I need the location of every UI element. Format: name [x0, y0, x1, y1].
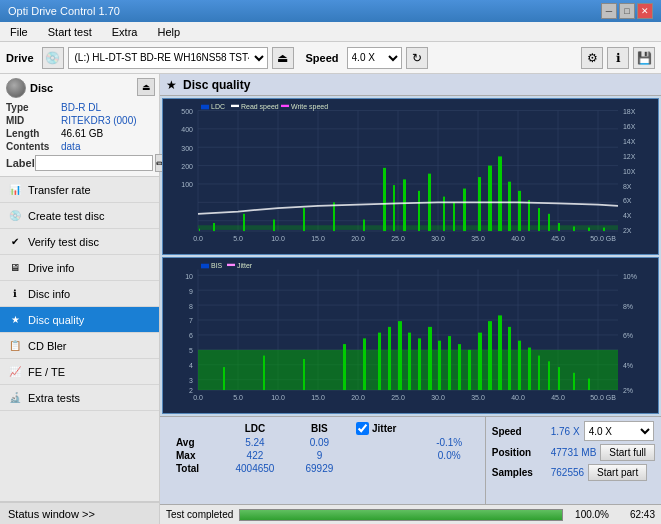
start-full-button[interactable]: Start full	[600, 444, 655, 461]
disc-contents-label: Contents	[6, 141, 61, 152]
disc-eject-button[interactable]: ⏏	[137, 78, 155, 96]
sidebar-item-disc-info[interactable]: ℹ Disc info	[0, 281, 159, 307]
svg-text:200: 200	[181, 162, 193, 172]
svg-text:35.0: 35.0	[471, 393, 485, 403]
svg-text:25.0: 25.0	[391, 234, 405, 244]
svg-rect-119	[508, 327, 511, 390]
minimize-button[interactable]: ─	[601, 3, 617, 19]
svg-text:4: 4	[189, 361, 193, 371]
speed-stat-value: 1.76 X	[551, 426, 580, 437]
svg-rect-116	[478, 333, 482, 390]
status-bar: Status window >>	[0, 501, 159, 524]
svg-rect-45	[573, 226, 575, 231]
svg-rect-114	[458, 344, 461, 390]
ldc-chart: 500 400 300 200 100 18X 16X 14X 12X 10X …	[162, 98, 659, 255]
svg-text:10X: 10X	[623, 166, 635, 176]
avg-ldc: 5.24	[219, 436, 291, 449]
svg-rect-25	[303, 208, 305, 231]
total-label: Total	[168, 462, 219, 475]
stats-table: LDC BIS Jitter	[160, 417, 485, 504]
save-button[interactable]: 💾	[633, 47, 655, 69]
content-area: ★ Disc quality	[160, 74, 661, 524]
speed-label: Speed	[306, 52, 339, 64]
svg-rect-40	[518, 191, 521, 231]
sidebar-item-create-test-disc[interactable]: 💿 Create test disc	[0, 203, 159, 229]
menu-file[interactable]: File	[4, 24, 34, 40]
speed-selector[interactable]: 4.0 X	[584, 421, 654, 441]
content-header-title: Disc quality	[183, 78, 250, 92]
main-area: Disc ⏏ Type BD-R DL MID RITEKDR3 (000) L…	[0, 74, 661, 524]
col-header-bis: BIS	[291, 421, 348, 436]
disc-mid-label: MID	[6, 115, 61, 126]
menu-start-test[interactable]: Start test	[42, 24, 98, 40]
sidebar-item-drive-info[interactable]: 🖥 Drive info	[0, 255, 159, 281]
svg-text:8%: 8%	[623, 301, 633, 311]
svg-text:5.0: 5.0	[233, 393, 243, 403]
svg-text:6%: 6%	[623, 331, 633, 341]
start-part-button[interactable]: Start part	[588, 464, 647, 481]
svg-rect-104	[343, 344, 346, 390]
svg-text:3: 3	[189, 376, 193, 386]
svg-rect-21	[199, 229, 200, 231]
titlebar: Opti Drive Control 1.70 ─ □ ✕	[0, 0, 661, 22]
svg-text:LDC: LDC	[211, 102, 225, 112]
speed-stat-label: Speed	[492, 426, 547, 437]
refresh-button[interactable]: ↻	[406, 47, 428, 69]
total-col4	[422, 462, 477, 475]
svg-rect-31	[418, 191, 420, 231]
nav-items: 📊 Transfer rate 💿 Create test disc ✔ Ver…	[0, 177, 159, 501]
sidebar-item-verify-test-disc[interactable]: ✔ Verify test disc	[0, 229, 159, 255]
svg-text:6X: 6X	[623, 196, 632, 206]
svg-text:10%: 10%	[623, 271, 637, 281]
jitter-checkbox[interactable]	[356, 422, 369, 435]
svg-rect-102	[263, 356, 265, 390]
svg-rect-34	[453, 202, 455, 231]
sidebar-item-transfer-rate[interactable]: 📊 Transfer rate	[0, 177, 159, 203]
disc-label-label: Label	[6, 157, 35, 169]
maximize-button[interactable]: □	[619, 3, 635, 19]
charts-area: 500 400 300 200 100 18X 16X 14X 12X 10X …	[160, 96, 661, 416]
sidebar-item-transfer-rate-label: Transfer rate	[28, 184, 91, 196]
sidebar-item-extra-tests[interactable]: 🔬 Extra tests	[0, 385, 159, 411]
settings-button[interactable]: ⚙	[581, 47, 603, 69]
svg-rect-37	[488, 166, 492, 231]
close-button[interactable]: ✕	[637, 3, 653, 19]
disc-label-input[interactable]	[35, 155, 153, 171]
drive-icon-button[interactable]: 💿	[42, 47, 64, 69]
svg-rect-125	[573, 373, 575, 390]
col-header-jitter	[422, 421, 477, 436]
menubar: File Start test Extra Help	[0, 22, 661, 42]
svg-text:4%: 4%	[623, 361, 633, 371]
svg-rect-107	[388, 327, 391, 390]
svg-text:10: 10	[185, 271, 193, 281]
sidebar: Disc ⏏ Type BD-R DL MID RITEKDR3 (000) L…	[0, 74, 160, 524]
svg-text:4X: 4X	[623, 211, 632, 221]
sidebar-item-disc-quality[interactable]: ★ Disc quality	[0, 307, 159, 333]
svg-rect-47	[603, 228, 605, 231]
info-button[interactable]: ℹ	[607, 47, 629, 69]
disc-length-row: Length 46.61 GB	[6, 128, 153, 139]
eject-button[interactable]: ⏏	[272, 47, 294, 69]
menu-extra[interactable]: Extra	[106, 24, 144, 40]
svg-text:400: 400	[181, 125, 193, 135]
svg-rect-39	[508, 182, 511, 231]
svg-text:45.0: 45.0	[551, 234, 565, 244]
speed-select-toolbar[interactable]: 4.0 X	[347, 47, 402, 69]
menu-help[interactable]: Help	[151, 24, 186, 40]
svg-text:10.0: 10.0	[271, 393, 285, 403]
sidebar-item-fe-te[interactable]: 📈 FE / TE	[0, 359, 159, 385]
drive-select[interactable]: (L:) HL-DT-ST BD-RE WH16NS58 TST4	[68, 47, 268, 69]
status-window-button[interactable]: Status window >>	[0, 502, 159, 524]
sidebar-item-disc-quality-label: Disc quality	[28, 314, 84, 326]
status-window-label: Status window >>	[8, 508, 95, 520]
svg-text:6: 6	[189, 331, 193, 341]
sidebar-item-cd-bler[interactable]: 📋 CD Bler	[0, 333, 159, 359]
app-title: Opti Drive Control 1.70	[8, 5, 120, 17]
svg-rect-126	[588, 379, 590, 390]
disc-panel-header: Disc ⏏	[6, 78, 153, 98]
max-jitter: 0.0%	[422, 449, 477, 462]
svg-text:Write speed: Write speed	[291, 102, 328, 112]
svg-rect-115	[468, 350, 471, 390]
cd-bler-icon: 📋	[8, 339, 22, 353]
svg-rect-154	[227, 264, 235, 266]
